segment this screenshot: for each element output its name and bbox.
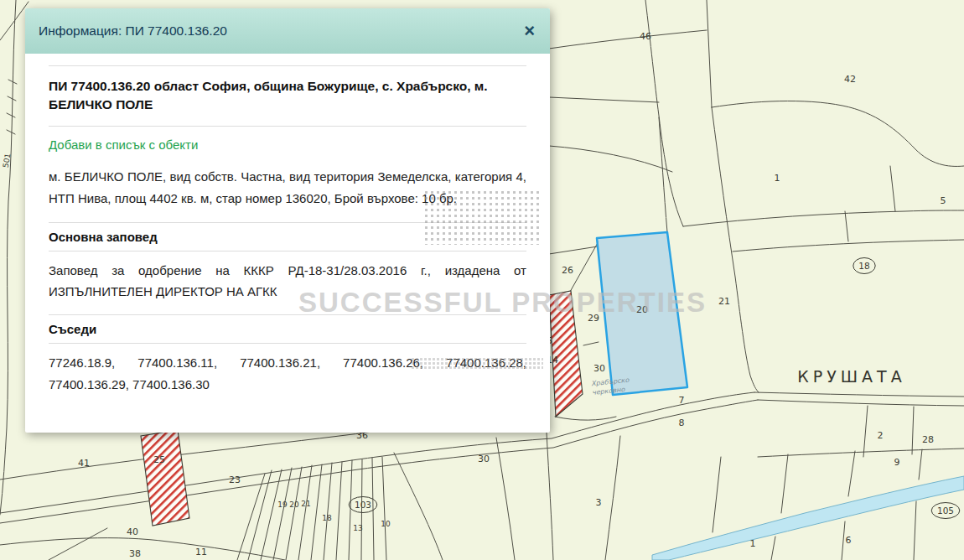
map-label: 21 — [301, 500, 310, 508]
info-panel: Информация: ПИ 77400.136.20 × ПИ 77400.1… — [25, 8, 550, 433]
map-label: 103 — [355, 500, 371, 510]
map-label: 46 — [640, 31, 651, 42]
map-label: КРУШАТА — [797, 367, 905, 386]
map-label: 11 — [195, 547, 207, 557]
map-label: 3 — [596, 497, 602, 508]
map-label: 42 — [844, 74, 856, 85]
map-label: 1 — [750, 538, 756, 549]
map-label: 13 — [353, 524, 362, 532]
map-label: 7 — [679, 395, 685, 406]
map-label: 9 — [894, 457, 900, 468]
map-label: 28 — [922, 434, 934, 445]
map-label: 5 — [941, 195, 946, 206]
map-label: 19 — [277, 500, 288, 509]
map-label: 10 — [381, 520, 391, 528]
panel-body: ПИ 77400.136.20 област София, община Бож… — [25, 54, 550, 396]
map-label: 6 — [846, 535, 852, 546]
section-text-order: Заповед за одобрение на КККР РД-18-31/28… — [49, 260, 526, 303]
map-label: 25 — [153, 454, 165, 465]
map-label: 23 — [229, 474, 241, 485]
panel-title: Информация: ПИ 77400.136.20 — [39, 23, 227, 39]
map-label: 20 — [289, 500, 299, 509]
map-label: 40 — [127, 526, 138, 537]
map-label: 1 — [775, 173, 780, 184]
add-to-list-link[interactable]: Добави в списък с обекти — [49, 137, 198, 152]
map-label: 105 — [937, 506, 954, 516]
map-label: 29 — [588, 313, 599, 324]
close-icon[interactable]: × — [524, 22, 535, 40]
section-heading-neighbors: Съседи — [49, 314, 526, 344]
map-label: 26 — [562, 265, 573, 276]
map-label: 18 — [858, 261, 869, 271]
map-label: 21 — [718, 296, 730, 307]
map-label: 38 — [129, 548, 141, 559]
map-label: 30 — [593, 363, 605, 374]
parcel-title: ПИ 77400.136.20 област София, община Бож… — [49, 65, 526, 127]
map-label: 41 — [78, 458, 90, 469]
section-text-neighbors: 77246.18.9, 77400.136.11, 77400.136.21, … — [49, 352, 526, 396]
panel-header: Информация: ПИ 77400.136.20 × — [25, 8, 550, 54]
map-label: 18 — [322, 514, 332, 522]
map-label: 30 — [478, 454, 490, 464]
map-label: 8 — [679, 417, 685, 428]
parcel-description: м. БЕЛИЧКО ПОЛЕ, вид собств. Частна, вид… — [49, 166, 526, 210]
map-label: 20 — [636, 304, 648, 315]
map-label: 2 — [878, 430, 884, 441]
section-heading-order: Основна заповед — [49, 222, 526, 251]
